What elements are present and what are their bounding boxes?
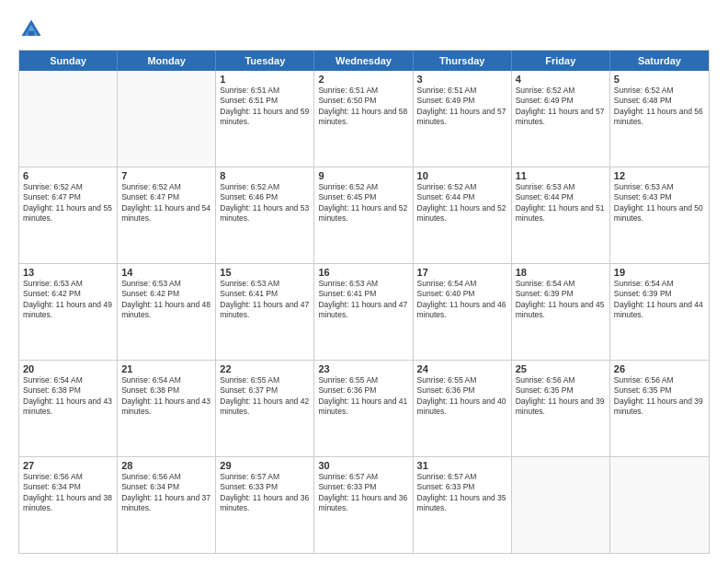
cell-info: Sunrise: 6:53 AM Sunset: 6:43 PM Dayligh… (614, 182, 705, 224)
calendar-cell (610, 457, 709, 553)
day-number: 27 (23, 460, 113, 471)
calendar-cell: 2Sunrise: 6:51 AM Sunset: 6:50 PM Daylig… (314, 71, 413, 167)
weekday-header-thursday: Thursday (414, 51, 512, 71)
calendar-cell: 4Sunrise: 6:52 AM Sunset: 6:49 PM Daylig… (512, 71, 610, 167)
day-number: 17 (417, 267, 507, 278)
day-number: 10 (417, 170, 507, 181)
day-number: 30 (318, 460, 408, 471)
logo-icon (18, 17, 44, 42)
day-number: 5 (614, 74, 705, 85)
calendar-row-3: 13Sunrise: 6:53 AM Sunset: 6:42 PM Dayli… (19, 263, 709, 360)
day-number: 4 (516, 74, 606, 85)
calendar: SundayMondayTuesdayWednesdayThursdayFrid… (18, 50, 710, 554)
day-number: 11 (516, 170, 606, 181)
calendar-cell: 9Sunrise: 6:52 AM Sunset: 6:45 PM Daylig… (314, 167, 413, 263)
calendar-row-4: 20Sunrise: 6:54 AM Sunset: 6:38 PM Dayli… (19, 360, 709, 456)
cell-info: Sunrise: 6:52 AM Sunset: 6:45 PM Dayligh… (318, 182, 408, 224)
calendar-cell: 12Sunrise: 6:53 AM Sunset: 6:43 PM Dayli… (610, 167, 709, 263)
calendar-cell: 18Sunrise: 6:54 AM Sunset: 6:39 PM Dayli… (512, 264, 610, 360)
calendar-cell: 24Sunrise: 6:55 AM Sunset: 6:36 PM Dayli… (414, 361, 512, 456)
day-number: 12 (614, 170, 705, 181)
svg-rect-2 (28, 31, 35, 36)
calendar-cell: 16Sunrise: 6:53 AM Sunset: 6:41 PM Dayli… (314, 264, 413, 360)
cell-info: Sunrise: 6:53 AM Sunset: 6:42 PM Dayligh… (23, 279, 113, 321)
calendar-body: 1Sunrise: 6:51 AM Sunset: 6:51 PM Daylig… (19, 71, 709, 553)
cell-info: Sunrise: 6:52 AM Sunset: 6:47 PM Dayligh… (23, 182, 113, 224)
calendar-cell: 13Sunrise: 6:53 AM Sunset: 6:42 PM Dayli… (19, 264, 118, 360)
day-number: 7 (121, 170, 211, 181)
day-number: 24 (417, 363, 507, 374)
calendar-cell (118, 71, 216, 167)
calendar-cell: 28Sunrise: 6:56 AM Sunset: 6:34 PM Dayli… (118, 457, 216, 553)
day-number: 18 (516, 267, 606, 278)
cell-info: Sunrise: 6:56 AM Sunset: 6:34 PM Dayligh… (121, 472, 211, 514)
day-number: 13 (23, 267, 113, 278)
calendar-cell: 21Sunrise: 6:54 AM Sunset: 6:38 PM Dayli… (118, 361, 216, 456)
cell-info: Sunrise: 6:51 AM Sunset: 6:49 PM Dayligh… (417, 86, 507, 128)
weekday-header-wednesday: Wednesday (314, 51, 413, 71)
calendar-cell: 29Sunrise: 6:57 AM Sunset: 6:33 PM Dayli… (216, 457, 314, 553)
cell-info: Sunrise: 6:52 AM Sunset: 6:47 PM Dayligh… (121, 182, 211, 224)
calendar-header: SundayMondayTuesdayWednesdayThursdayFrid… (19, 51, 709, 71)
day-number: 9 (318, 170, 408, 181)
day-number: 29 (220, 460, 310, 471)
calendar-cell: 31Sunrise: 6:57 AM Sunset: 6:33 PM Dayli… (414, 457, 512, 553)
calendar-cell: 8Sunrise: 6:52 AM Sunset: 6:46 PM Daylig… (216, 167, 314, 263)
cell-info: Sunrise: 6:54 AM Sunset: 6:38 PM Dayligh… (23, 375, 113, 418)
day-number: 15 (220, 267, 310, 278)
day-number: 23 (318, 363, 408, 374)
calendar-cell (19, 71, 118, 167)
calendar-cell: 6Sunrise: 6:52 AM Sunset: 6:47 PM Daylig… (19, 167, 118, 263)
weekday-header-friday: Friday (512, 51, 610, 71)
cell-info: Sunrise: 6:52 AM Sunset: 6:46 PM Dayligh… (220, 182, 310, 224)
cell-info: Sunrise: 6:57 AM Sunset: 6:33 PM Dayligh… (318, 472, 408, 514)
cell-info: Sunrise: 6:53 AM Sunset: 6:41 PM Dayligh… (220, 279, 310, 321)
calendar-row-2: 6Sunrise: 6:52 AM Sunset: 6:47 PM Daylig… (19, 167, 709, 263)
calendar-cell: 14Sunrise: 6:53 AM Sunset: 6:42 PM Dayli… (118, 264, 216, 360)
day-number: 25 (516, 363, 606, 374)
calendar-row-5: 27Sunrise: 6:56 AM Sunset: 6:34 PM Dayli… (19, 456, 709, 553)
day-number: 31 (417, 460, 507, 471)
calendar-cell: 3Sunrise: 6:51 AM Sunset: 6:49 PM Daylig… (414, 71, 512, 167)
cell-info: Sunrise: 6:51 AM Sunset: 6:51 PM Dayligh… (220, 86, 310, 128)
cell-info: Sunrise: 6:55 AM Sunset: 6:36 PM Dayligh… (417, 375, 507, 418)
cell-info: Sunrise: 6:52 AM Sunset: 6:44 PM Dayligh… (417, 182, 507, 224)
cell-info: Sunrise: 6:52 AM Sunset: 6:48 PM Dayligh… (614, 86, 705, 128)
calendar-cell: 17Sunrise: 6:54 AM Sunset: 6:40 PM Dayli… (414, 264, 512, 360)
day-number: 21 (121, 363, 211, 374)
day-number: 16 (318, 267, 408, 278)
cell-info: Sunrise: 6:57 AM Sunset: 6:33 PM Dayligh… (220, 472, 310, 514)
cell-info: Sunrise: 6:54 AM Sunset: 6:38 PM Dayligh… (121, 375, 211, 418)
calendar-cell: 27Sunrise: 6:56 AM Sunset: 6:34 PM Dayli… (19, 457, 118, 553)
calendar-cell: 7Sunrise: 6:52 AM Sunset: 6:47 PM Daylig… (118, 167, 216, 263)
calendar-cell: 11Sunrise: 6:53 AM Sunset: 6:44 PM Dayli… (512, 167, 610, 263)
calendar-cell: 20Sunrise: 6:54 AM Sunset: 6:38 PM Dayli… (19, 361, 118, 456)
calendar-cell: 15Sunrise: 6:53 AM Sunset: 6:41 PM Dayli… (216, 264, 314, 360)
day-number: 20 (23, 363, 113, 374)
calendar-cell (512, 457, 610, 553)
cell-info: Sunrise: 6:57 AM Sunset: 6:33 PM Dayligh… (417, 472, 507, 514)
cell-info: Sunrise: 6:54 AM Sunset: 6:40 PM Dayligh… (417, 279, 507, 321)
cell-info: Sunrise: 6:56 AM Sunset: 6:34 PM Dayligh… (23, 472, 113, 514)
cell-info: Sunrise: 6:54 AM Sunset: 6:39 PM Dayligh… (614, 279, 705, 321)
cell-info: Sunrise: 6:51 AM Sunset: 6:50 PM Dayligh… (318, 86, 408, 128)
day-number: 26 (614, 363, 705, 374)
cell-info: Sunrise: 6:54 AM Sunset: 6:39 PM Dayligh… (516, 279, 606, 321)
cell-info: Sunrise: 6:56 AM Sunset: 6:35 PM Dayligh… (516, 375, 606, 418)
page: SundayMondayTuesdayWednesdayThursdayFrid… (0, 0, 728, 563)
cell-info: Sunrise: 6:53 AM Sunset: 6:44 PM Dayligh… (516, 182, 606, 224)
day-number: 19 (614, 267, 705, 278)
logo (18, 17, 48, 42)
calendar-cell: 25Sunrise: 6:56 AM Sunset: 6:35 PM Dayli… (512, 361, 610, 456)
cell-info: Sunrise: 6:55 AM Sunset: 6:36 PM Dayligh… (318, 375, 408, 418)
calendar-row-1: 1Sunrise: 6:51 AM Sunset: 6:51 PM Daylig… (19, 71, 709, 167)
cell-info: Sunrise: 6:56 AM Sunset: 6:35 PM Dayligh… (614, 375, 705, 418)
weekday-header-tuesday: Tuesday (216, 51, 314, 71)
day-number: 22 (220, 363, 310, 374)
weekday-header-sunday: Sunday (19, 51, 118, 71)
day-number: 3 (417, 74, 507, 85)
header (18, 17, 710, 42)
calendar-cell: 22Sunrise: 6:55 AM Sunset: 6:37 PM Dayli… (216, 361, 314, 456)
calendar-cell: 30Sunrise: 6:57 AM Sunset: 6:33 PM Dayli… (314, 457, 413, 553)
calendar-cell: 1Sunrise: 6:51 AM Sunset: 6:51 PM Daylig… (216, 71, 314, 167)
